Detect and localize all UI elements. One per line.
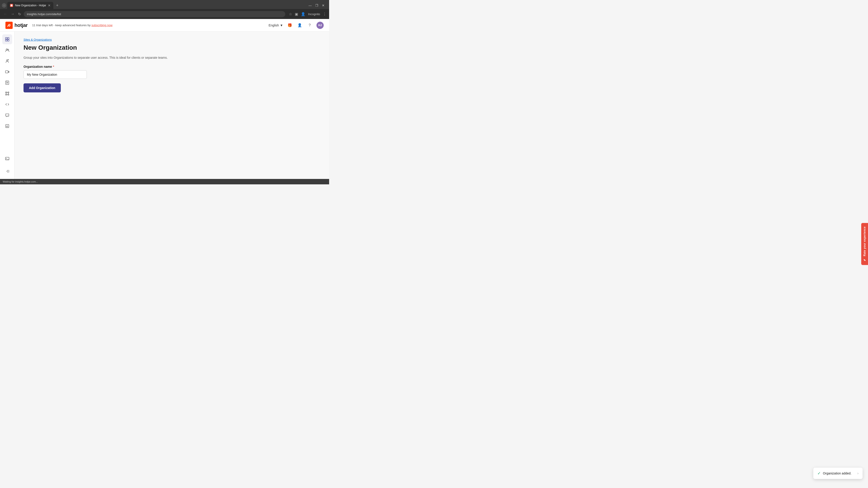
svg-rect-2 [7,37,9,39]
new-tab-button[interactable]: + [54,3,60,8]
status-bar: Waiting for insights.hotjar.com... [0,179,329,184]
help-icon[interactable]: ? [307,22,313,29]
close-button[interactable]: ✕ [322,4,324,7]
header-right: English ▼ 🎁 👤 ? HJ [269,22,324,29]
app-header: hotjar 11 trial days left - keep advance… [0,19,329,32]
active-tab[interactable]: New Organization - Hotjar ✕ [7,2,53,9]
language-label: English [269,24,279,27]
reports-icon [5,124,9,128]
surveys-icon [5,80,9,85]
window-controls: — ❐ ✕ [309,4,327,7]
tab-title: New Organization - Hotjar [15,4,46,7]
svg-point-5 [6,49,7,50]
sidebar-item-guests[interactable] [2,56,12,66]
svg-rect-3 [5,39,7,41]
collapse-icon [5,169,9,173]
add-user-icon[interactable]: 👤 [297,22,303,29]
tab-bar: ‹ New Organization - Hotjar ✕ + — ❐ ✕ [0,0,329,9]
maximize-button[interactable]: ❐ [315,4,318,7]
svg-point-7 [6,60,8,61]
bookmark-icon[interactable]: ☆ [289,12,292,16]
org-name-input[interactable] [24,70,87,79]
required-star: * [53,65,54,68]
add-organization-button[interactable]: Add Organization [24,84,61,92]
sites-icon [5,37,9,41]
svg-rect-4 [7,39,9,41]
sidebar-item-surveys[interactable] [2,78,12,88]
sidebar [0,32,14,179]
feedback-icon [5,113,9,118]
sidebar-item-sites[interactable] [2,34,12,44]
incognito-label: Incognito [308,12,320,16]
svg-point-11 [8,92,9,93]
console-icon [5,156,9,161]
sidebar-item-collapse[interactable] [2,166,12,176]
sidebar-item-recordings[interactable] [2,67,12,77]
tab-close-button[interactable]: ✕ [48,4,51,7]
sidebar-item-integrations[interactable] [2,89,12,98]
sidebar-item-reports[interactable] [2,121,12,131]
language-selector[interactable]: English ▼ [269,24,283,27]
trial-text: 11 trial days left - keep advanced featu… [32,24,91,27]
browser-toolbar: ← → ↻ insights.hotjar.com/site/list ☆ ▣ … [0,9,329,19]
whatsnew-icon[interactable]: 🎁 [287,22,293,29]
address-bar[interactable]: insights.hotjar.com/site/list [24,11,285,17]
menu-icon[interactable]: ⋮ [323,12,327,16]
svg-rect-1 [5,37,7,39]
logo-text: hotjar [14,22,28,28]
logo[interactable]: hotjar [5,22,28,29]
svg-rect-8 [5,71,8,73]
subscribe-link[interactable]: subscribing now [91,24,112,27]
avatar[interactable]: HJ [316,22,324,29]
sidebar-item-feedback[interactable] [2,110,12,120]
chevron-down-icon: ▼ [280,24,283,27]
page-description: Group your sites into Organizations to s… [24,56,320,59]
page-title: New Organization [24,44,320,51]
breadcrumb[interactable]: Sites & Organizations [24,38,320,41]
reload-button[interactable]: ↻ [17,11,22,17]
profile-icon[interactable]: 👤 [301,12,305,16]
main-layout: Sites & Organizations New Organization G… [0,32,329,179]
hotjar-logo-icon [5,22,13,29]
guests-icon [5,59,9,63]
toolbar-icons: ☆ ▣ 👤 Incognito ⋮ [289,12,327,16]
sidebar-toggle-icon[interactable]: ▣ [295,12,298,16]
sidebar-item-console[interactable] [2,154,12,164]
svg-point-13 [8,94,9,95]
sidebar-item-team[interactable] [2,45,12,55]
svg-point-6 [7,49,8,51]
back-button[interactable]: ← [3,11,8,17]
svg-rect-15 [5,157,9,160]
recordings-icon [5,70,9,74]
status-text: Waiting for insights.hotjar.com... [3,180,38,183]
main-content: Sites & Organizations New Organization G… [14,32,329,179]
forward-button[interactable]: → [10,11,16,17]
trial-notice: 11 trial days left - keep advanced featu… [32,24,113,27]
tab-group-prev[interactable]: ‹ [2,3,6,8]
tab-favicon [10,4,13,7]
sidebar-item-code[interactable] [2,99,12,109]
code-icon [5,102,9,107]
svg-point-10 [5,92,6,93]
url-text: insights.hotjar.com/site/list [27,12,61,16]
integrations-icon [5,91,9,96]
minimize-button[interactable]: — [309,4,312,7]
org-name-label: Organization name* [24,65,320,68]
svg-point-12 [5,94,6,95]
team-icon [5,48,9,53]
